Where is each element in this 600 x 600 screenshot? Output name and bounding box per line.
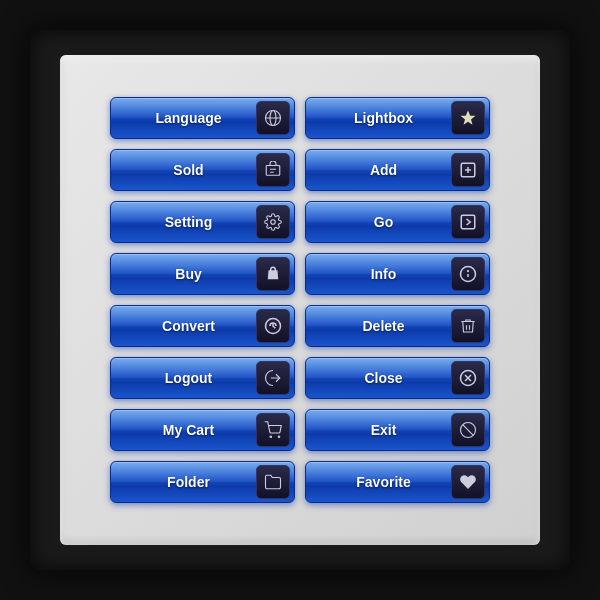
language-button[interactable]: Language xyxy=(110,97,295,139)
favorite-button[interactable]: Favorite xyxy=(305,461,490,503)
favorite-icon xyxy=(451,465,485,499)
exit-button[interactable]: Exit xyxy=(305,409,490,451)
go-label: Go xyxy=(316,214,451,230)
info-icon xyxy=(451,257,485,291)
language-label: Language xyxy=(121,110,256,126)
close-button[interactable]: Close xyxy=(305,357,490,399)
svg-point-10 xyxy=(271,220,276,225)
exit-icon xyxy=(451,413,485,447)
delete-button[interactable]: Delete xyxy=(305,305,490,347)
convert-label: Convert xyxy=(121,318,256,334)
add-label: Add xyxy=(316,162,451,178)
add-button[interactable]: Add xyxy=(305,149,490,191)
buttons-grid: LanguageLightboxSoldAddSettingGoBuyInfoC… xyxy=(90,77,510,523)
go-button[interactable]: Go xyxy=(305,201,490,243)
info-label: Info xyxy=(316,266,451,282)
svg-marker-3 xyxy=(461,111,476,125)
outer-frame: LanguageLightboxSoldAddSettingGoBuyInfoC… xyxy=(30,30,570,570)
add-icon xyxy=(451,153,485,187)
go-icon xyxy=(451,205,485,239)
svg-line-23 xyxy=(463,425,474,436)
logout-icon xyxy=(256,361,290,395)
setting-icon xyxy=(256,205,290,239)
favorite-label: Favorite xyxy=(316,474,451,490)
delete-icon xyxy=(451,309,485,343)
setting-button[interactable]: Setting xyxy=(110,201,295,243)
logout-label: Logout xyxy=(121,370,256,386)
svg-rect-11 xyxy=(461,215,475,229)
sold-label: Sold xyxy=(121,162,256,178)
lightbox-icon xyxy=(451,101,485,135)
folder-icon xyxy=(256,465,290,499)
exit-label: Exit xyxy=(316,422,451,438)
my-cart-label: My Cart xyxy=(121,422,256,438)
svg-point-20 xyxy=(270,436,272,438)
delete-label: Delete xyxy=(316,318,451,334)
folder-button[interactable]: Folder xyxy=(110,461,295,503)
convert-icon xyxy=(256,309,290,343)
buy-button[interactable]: Buy xyxy=(110,253,295,295)
sold-button[interactable]: Sold xyxy=(110,149,295,191)
convert-button[interactable]: Convert xyxy=(110,305,295,347)
setting-label: Setting xyxy=(121,214,256,230)
language-icon xyxy=(256,101,290,135)
close-icon xyxy=(451,361,485,395)
folder-label: Folder xyxy=(121,474,256,490)
logout-button[interactable]: Logout xyxy=(110,357,295,399)
close-label: Close xyxy=(316,370,451,386)
inner-panel: LanguageLightboxSoldAddSettingGoBuyInfoC… xyxy=(60,55,540,545)
sold-icon xyxy=(256,153,290,187)
lightbox-button[interactable]: Lightbox xyxy=(305,97,490,139)
info-button[interactable]: Info xyxy=(305,253,490,295)
lightbox-label: Lightbox xyxy=(316,110,451,126)
svg-rect-4 xyxy=(266,166,280,176)
svg-point-21 xyxy=(278,436,280,438)
buy-label: Buy xyxy=(121,266,256,282)
my-cart-button[interactable]: My Cart xyxy=(110,409,295,451)
buy-icon xyxy=(256,257,290,291)
my-cart-icon xyxy=(256,413,290,447)
